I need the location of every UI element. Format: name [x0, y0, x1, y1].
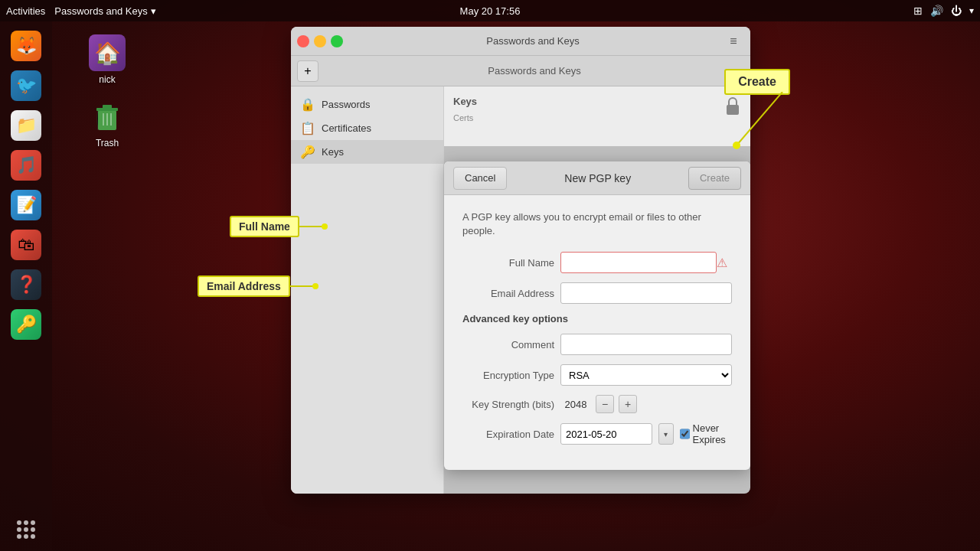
toolbar-title: Passwords and Keys [488, 65, 580, 77]
window-title: Passwords and Keys [343, 35, 723, 47]
expiration-date-row: Expiration Date ▾ Never Expires [462, 422, 732, 445]
main-window: ✕ − + Passwords and Keys ≡ + Passwords a… [291, 27, 750, 494]
cert-section-label: Certs [453, 113, 741, 122]
email-address-label: Email Address [462, 288, 554, 299]
svg-rect-3 [727, 105, 739, 115]
seahorse-icon: 🔑 [16, 315, 37, 334]
home-folder-icon: 🏠 [94, 41, 121, 66]
full-name-input-wrapper: ⚠ [560, 252, 732, 273]
dialog-title: New PGP key [564, 172, 631, 184]
app-grid-button[interactable] [11, 514, 41, 545]
window-controls: ✕ − + [297, 35, 343, 47]
software-icon: 🛍 [18, 235, 34, 255]
grid-dot [31, 520, 35, 525]
key-strength-value: 2048 [560, 399, 591, 410]
sidebar-label-certificates: Certificates [322, 122, 371, 134]
add-button[interactable]: + [297, 60, 318, 82]
nick-label: nick [99, 74, 115, 85]
window-titlebar: ✕ − + Passwords and Keys ≡ [291, 27, 750, 56]
window-toolbar: + Passwords and Keys [291, 56, 750, 86]
key-strength-increase-button[interactable]: + [619, 395, 637, 413]
comment-label: Comment [462, 339, 554, 350]
encryption-type-row: Encryption Type RSA DSA [462, 364, 732, 386]
key-strength-label: Key Strength (bits) [462, 399, 554, 410]
key-strength-row: Key Strength (bits) 2048 − + [462, 395, 732, 413]
dock-icon-files[interactable]: 📁 [8, 107, 44, 144]
full-name-callout: Full Name [230, 216, 299, 237]
power-icon[interactable]: ⏻ [951, 5, 962, 17]
dock-icon-firefox[interactable]: 🦊 [8, 28, 44, 64]
never-expires-text: Never Expires [693, 422, 732, 445]
dock-icon-software[interactable]: 🛍 [8, 227, 44, 263]
desktop-icon-trash[interactable]: Trash [77, 98, 138, 148]
dock-icon-thunderbird[interactable]: 🐦 [8, 67, 44, 104]
expiration-date-dropdown-button[interactable]: ▾ [658, 423, 674, 445]
dock-icon-help[interactable]: ❓ [8, 266, 44, 303]
help-icon: ❓ [16, 275, 37, 295]
dock: 🦊 🐦 📁 🎵 📝 🛍 [0, 21, 52, 551]
sidebar-item-passwords[interactable]: 🔒 Passwords [291, 93, 443, 116]
certificates-icon: 📋 [300, 121, 315, 135]
dialog-body: A PGP key allows you to encrypt email or… [444, 195, 750, 470]
warning-icon: ⚠ [717, 256, 727, 270]
comment-input[interactable] [560, 334, 732, 355]
email-address-row: Email Address [462, 282, 732, 304]
datetime-display: May 20 17:56 [460, 5, 521, 17]
maximize-button[interactable]: + [331, 35, 343, 47]
never-expires-checkbox[interactable] [680, 428, 690, 440]
grid-dot [17, 527, 21, 532]
minimize-button[interactable]: − [314, 35, 326, 47]
dock-icon-writer[interactable]: 📝 [8, 187, 44, 223]
desktop-icon-nick[interactable]: 🏠 nick [77, 34, 138, 85]
files-icon: 📁 [16, 116, 37, 135]
lock-icon [724, 96, 741, 119]
passwords-icon: 🔒 [300, 97, 315, 112]
keys-header: Keys [453, 96, 741, 107]
sidebar-label-keys: Keys [322, 146, 344, 158]
sound-icon[interactable]: 🔊 [930, 5, 943, 17]
email-address-input[interactable] [560, 282, 732, 304]
dock-icon-rhythmbox[interactable]: 🎵 [8, 147, 44, 184]
grid-dot [24, 534, 28, 539]
active-app-menu[interactable]: Passwords and Keys ▾ [54, 5, 155, 17]
expiration-date-input[interactable] [560, 423, 652, 445]
trash-icon [92, 101, 122, 132]
full-name-row: Full Name ⚠ [462, 252, 732, 273]
key-strength-decrease-button[interactable]: − [596, 395, 614, 413]
expiration-date-label: Expiration Date [462, 429, 554, 440]
writer-icon: 📝 [16, 195, 37, 215]
email-address-callout: Email Address [198, 276, 290, 297]
sidebar-item-keys[interactable]: 🔑 Keys [291, 140, 443, 164]
trash-label: Trash [96, 138, 119, 148]
grid-dot [17, 534, 21, 539]
grid-dot [17, 520, 21, 525]
thunderbird-icon: 🐦 [16, 76, 37, 96]
new-pgp-key-dialog: Cancel New PGP key Create A PGP key allo… [444, 161, 750, 470]
activities-button[interactable]: Activities [6, 5, 45, 17]
network-icon[interactable]: ⊞ [913, 5, 923, 17]
advanced-options-label: Advanced key options [462, 313, 732, 324]
close-button[interactable]: ✕ [297, 35, 309, 47]
window-menu-button[interactable]: ≡ [723, 31, 744, 52]
desktop: Activities Passwords and Keys ▾ May 20 1… [0, 0, 980, 551]
sidebar-item-certificates[interactable]: 📋 Certificates [291, 116, 443, 140]
grid-dot [24, 520, 28, 525]
topbar: Activities Passwords and Keys ▾ May 20 1… [0, 0, 980, 21]
dock-icon-seahorse[interactable]: 🔑 [8, 306, 44, 343]
system-menu-arrow[interactable]: ▾ [969, 5, 974, 16]
cancel-button[interactable]: Cancel [453, 167, 507, 190]
dialog-header: Cancel New PGP key Create [444, 161, 750, 195]
encryption-type-select[interactable]: RSA DSA [560, 364, 732, 386]
svg-rect-2 [103, 105, 112, 109]
create-button[interactable]: Create [688, 167, 741, 190]
rhythmbox-icon: 🎵 [16, 155, 37, 175]
comment-row: Comment [462, 334, 732, 355]
window-body: 🔒 Passwords 📋 Certificates 🔑 Keys Keys C… [291, 86, 750, 494]
dialog-description: A PGP key allows you to encrypt email or… [462, 210, 732, 238]
keys-icon: 🔑 [300, 145, 315, 159]
full-name-input[interactable] [560, 252, 717, 273]
never-expires-label[interactable]: Never Expires [680, 422, 732, 445]
firefox-icon: 🦊 [16, 36, 37, 56]
sidebar-label-passwords: Passwords [322, 99, 371, 110]
full-name-label: Full Name [462, 257, 554, 269]
